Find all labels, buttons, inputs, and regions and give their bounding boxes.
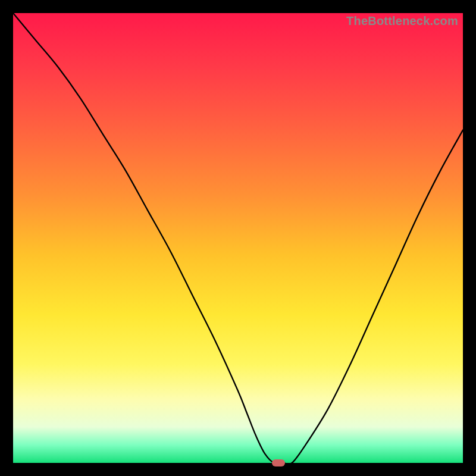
plot-area: TheBottleneck.com: [13, 13, 463, 463]
chart-frame: TheBottleneck.com: [0, 0, 476, 476]
minimum-marker: [272, 459, 285, 466]
bottleneck-curve: [13, 13, 463, 463]
watermark-text: TheBottleneck.com: [346, 14, 458, 28]
curve-path: [13, 13, 463, 464]
